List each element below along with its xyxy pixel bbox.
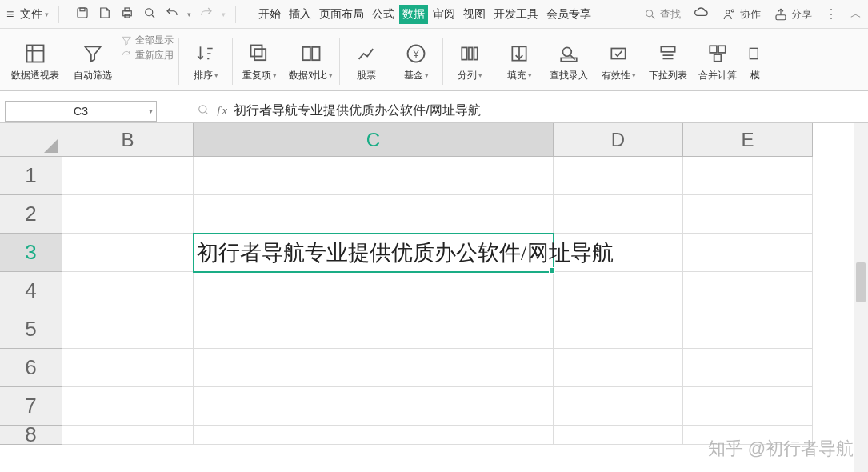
fill-button[interactable]: 填充▾ (494, 34, 544, 90)
dedupe-button[interactable]: 重复项▾ (234, 34, 284, 90)
cell-E6[interactable] (683, 349, 813, 387)
ribbon: 数据透视表 自动筛选 全部显示 重新应用 排序▾ 重复项▾ 数据对比▾ 股票 ¥… (0, 29, 868, 91)
cell-C5[interactable] (194, 310, 554, 349)
row-header-7[interactable]: 7 (0, 387, 62, 426)
svg-point-6 (646, 10, 653, 16)
tab-formula[interactable]: 公式 (369, 5, 398, 24)
share-button[interactable]: 分享 (774, 7, 812, 22)
compare-button[interactable]: 数据对比▾ (284, 34, 338, 90)
reapply-button[interactable]: 重新应用 (121, 49, 174, 62)
redo-icon[interactable] (199, 6, 214, 22)
cell-E4[interactable] (683, 272, 813, 310)
undo-icon[interactable] (165, 6, 179, 22)
select-all-corner[interactable] (0, 123, 62, 157)
cell-D5[interactable] (554, 310, 683, 349)
cell-E8[interactable] (683, 426, 813, 445)
cell-E2[interactable] (683, 195, 813, 234)
cell-D6[interactable] (554, 349, 683, 387)
row-header-4[interactable]: 4 (0, 272, 62, 310)
formula-bar: C3▾ ƒx 初行者导航专业提供优质办公软件/网址导航 (0, 99, 868, 123)
tab-start[interactable]: 开始 (255, 5, 284, 24)
row-header-6[interactable]: 6 (0, 349, 62, 387)
cell-C2[interactable] (194, 195, 554, 234)
collab-button[interactable]: 协作 (722, 7, 761, 22)
cell-E5[interactable] (683, 310, 813, 349)
formula-input[interactable]: 初行者导航专业提供优质办公软件/网址导航 (234, 102, 480, 119)
cancel-icon[interactable] (197, 103, 210, 118)
pivot-table-button[interactable]: 数据透视表 (6, 34, 64, 90)
cell-B7[interactable] (62, 387, 194, 426)
cell-D8[interactable] (554, 426, 683, 445)
fx-icon[interactable]: ƒx (216, 104, 227, 118)
cell-C6[interactable] (194, 349, 554, 387)
cell-B6[interactable] (62, 349, 194, 387)
name-box[interactable]: C3▾ (5, 101, 157, 122)
cell-C8[interactable] (194, 426, 554, 445)
print-icon[interactable] (120, 6, 134, 22)
row-header-8[interactable]: 8 (0, 426, 62, 445)
tab-data[interactable]: 数据 (399, 5, 428, 24)
col-header-D[interactable]: D (554, 123, 683, 157)
cell-C3[interactable]: 初行者导航专业提供优质办公软件/网址导航 (194, 234, 554, 272)
cell-D7[interactable] (554, 387, 683, 426)
svg-rect-3 (125, 8, 130, 11)
cell-B2[interactable] (62, 195, 194, 234)
tab-insert[interactable]: 插入 (286, 5, 314, 24)
cell-B4[interactable] (62, 272, 194, 310)
cell-D2[interactable] (554, 195, 683, 234)
cell-E7[interactable] (683, 387, 813, 426)
row-header-2[interactable]: 2 (0, 195, 62, 234)
svg-point-29 (199, 106, 206, 113)
file-menu[interactable]: 文件▾ (20, 7, 49, 22)
cell-B8[interactable] (62, 426, 194, 445)
ribbon-tabs: 开始 插入 页面布局 公式 数据 审阅 视图 开发工具 会员专享 (255, 5, 594, 24)
row-header-5[interactable]: 5 (0, 310, 62, 349)
search-box[interactable]: 查找 (644, 7, 681, 22)
scrollbar-thumb[interactable] (856, 262, 866, 302)
cell-B1[interactable] (62, 157, 194, 195)
auto-filter-button[interactable]: 自动筛选 (68, 34, 118, 90)
row-header-1[interactable]: 1 (0, 157, 62, 195)
show-all-button[interactable]: 全部显示 (121, 34, 174, 47)
find-enter-button[interactable]: 查找录入 (544, 34, 594, 90)
redo-dropdown[interactable]: ▾ (222, 10, 226, 18)
print-preview-icon[interactable] (98, 6, 112, 22)
vertical-scrollbar[interactable] (854, 123, 868, 472)
cell-D1[interactable] (554, 157, 683, 195)
cell-D4[interactable] (554, 272, 683, 310)
cell-E1[interactable] (683, 157, 813, 195)
consolidate-button[interactable]: 合并计算 (693, 34, 742, 90)
cloud-sync-icon[interactable] (694, 5, 710, 23)
more-button[interactable]: 模 (742, 34, 768, 90)
tab-review[interactable]: 审阅 (430, 5, 458, 24)
cell-E3[interactable] (683, 234, 813, 272)
col-header-B[interactable]: B (62, 123, 194, 157)
row-header-3[interactable]: 3 (0, 234, 62, 272)
cell-B3[interactable] (62, 234, 194, 272)
col-header-C[interactable]: C (194, 123, 554, 157)
cell-C7[interactable] (194, 387, 554, 426)
hamburger-icon[interactable]: ≡ (6, 7, 14, 22)
tab-view[interactable]: 视图 (460, 5, 489, 24)
tab-dev-tools[interactable]: 开发工具 (490, 5, 542, 24)
svg-text:¥: ¥ (412, 47, 419, 59)
validity-button[interactable]: 有效性▾ (594, 34, 643, 90)
cell-B5[interactable] (62, 310, 194, 349)
more-icon[interactable]: ⋮ (825, 6, 838, 22)
svg-rect-26 (718, 46, 726, 53)
dropdown-list-button[interactable]: 下拉列表 (643, 34, 693, 90)
tab-page-layout[interactable]: 页面布局 (316, 5, 367, 24)
save-icon[interactable] (75, 6, 90, 22)
cell-C4[interactable] (194, 272, 554, 310)
cell-C1[interactable] (194, 157, 554, 195)
svg-point-21 (562, 47, 571, 56)
collapse-ribbon-icon[interactable]: ︿ (850, 7, 862, 22)
undo-dropdown[interactable]: ▾ (187, 10, 191, 18)
sort-button[interactable]: 排序▾ (181, 34, 230, 90)
fund-button[interactable]: ¥ 基金▾ (391, 34, 441, 90)
col-header-E[interactable]: E (683, 123, 813, 157)
preview-icon[interactable] (142, 6, 157, 22)
stock-button[interactable]: 股票 (342, 34, 391, 90)
split-button[interactable]: 分列▾ (445, 34, 494, 90)
tab-member[interactable]: 会员专享 (543, 5, 594, 24)
